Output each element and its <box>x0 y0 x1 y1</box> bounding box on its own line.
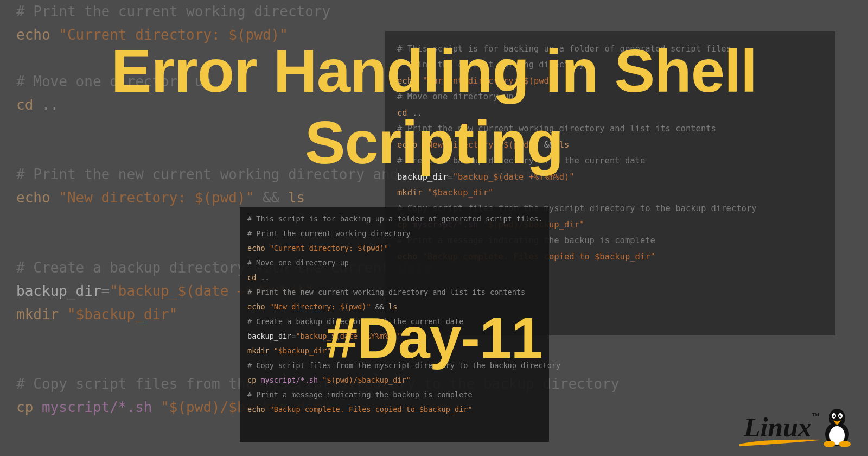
banner-title-line-1: Error Handling in Shell <box>0 36 868 106</box>
banner-title-line-2: Scripting <box>0 107 868 178</box>
svg-point-6 <box>839 415 841 417</box>
code-line: mkdir "$backup_dir" <box>397 185 824 201</box>
code-comment: # Print the new current working director… <box>247 285 541 300</box>
code-line: echo "Backup complete. Files copied to $… <box>247 402 541 417</box>
code-comment: # This script is for backing up a folder… <box>247 212 541 226</box>
code-comment: # Print a message indicating the backup … <box>247 388 541 402</box>
svg-point-7 <box>824 441 835 447</box>
day-label: #Day-11 <box>0 305 868 371</box>
linux-logo-text: Linux™ <box>744 411 819 443</box>
code-comment: # Print the current working directory <box>247 226 541 241</box>
linux-swoosh-icon <box>739 439 824 446</box>
code-comment: # Move one directory up <box>247 256 541 270</box>
code-line: echo "Current directory: $(pwd)" <box>247 241 541 256</box>
code-line: cp myscript/*.sh "$(pwd)/$backup_dir" <box>247 373 541 388</box>
linux-logo: Linux™ <box>744 407 854 447</box>
code-line: cd .. <box>247 270 541 285</box>
tux-penguin-icon <box>820 407 854 447</box>
svg-point-8 <box>839 441 851 447</box>
svg-point-5 <box>833 415 835 417</box>
